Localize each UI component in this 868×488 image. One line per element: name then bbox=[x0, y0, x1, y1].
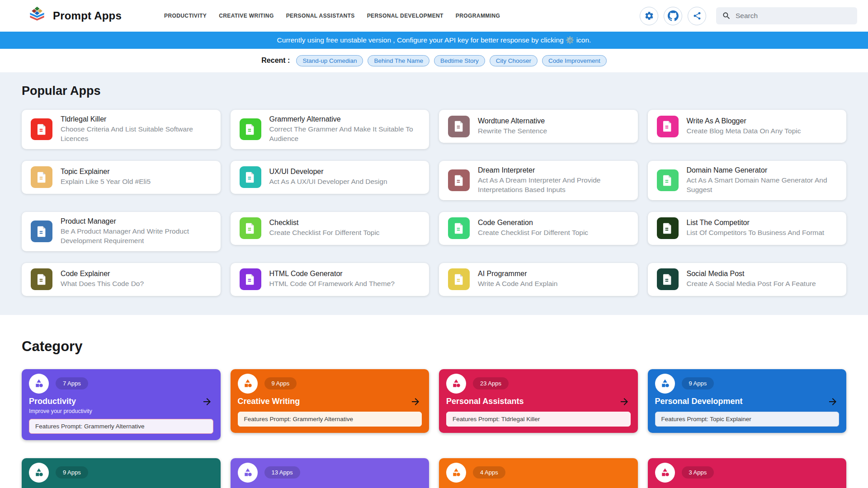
shapes-icon bbox=[446, 374, 466, 394]
app-card[interactable]: Wordtune Alternative Rewrite The Sentenc… bbox=[439, 110, 638, 143]
app-title: Domain Name Generator bbox=[687, 166, 838, 174]
category-title-row: Personal Development bbox=[655, 396, 840, 407]
app-title: UX/UI Developer bbox=[269, 168, 387, 176]
app-card-text: Grammerly Alternative Correct The Gramme… bbox=[269, 115, 420, 144]
app-card[interactable]: Domain Name Generator Act As A Smart Dom… bbox=[648, 161, 847, 200]
app-subtitle: Rewrite The Sentence bbox=[478, 127, 547, 136]
nav-item[interactable]: PRODUCTIVITY bbox=[164, 13, 207, 19]
app-title: Social Media Post bbox=[687, 270, 816, 278]
share-icon bbox=[693, 11, 702, 20]
recent-pill[interactable]: Stand-up Comedian bbox=[296, 55, 363, 66]
main-nav: PRODUCTIVITY CREATIVE WRITING PERSONAL A… bbox=[164, 13, 500, 19]
arrow-right-icon[interactable] bbox=[202, 396, 212, 407]
category-card-top: 13 Apps bbox=[238, 463, 422, 483]
document-icon bbox=[448, 169, 470, 191]
features-prompt: Features Prompt: Tldrlegal Killer bbox=[446, 412, 631, 427]
category-card-spacer bbox=[29, 485, 213, 488]
search-icon bbox=[722, 11, 731, 20]
app-subtitle: Be A Product Manager And Write Product D… bbox=[61, 227, 212, 246]
app-card[interactable]: Dream Interpreter Act As A Dream Interpr… bbox=[439, 161, 638, 200]
popular-apps-section: Popular Apps Tldrlegal Killer Choose Cri… bbox=[0, 72, 868, 315]
apps-count-badge: 23 Apps bbox=[473, 377, 509, 389]
app-title: HTML Code Generator bbox=[269, 270, 395, 278]
settings-button[interactable] bbox=[640, 7, 658, 25]
shapes-icon bbox=[655, 463, 675, 483]
shapes-icon bbox=[238, 463, 258, 483]
recent-pill[interactable]: Code Improvement bbox=[542, 55, 607, 66]
app-card[interactable]: List The Competitor List Of Competitors … bbox=[648, 212, 847, 245]
recent-pill[interactable]: City Chooser bbox=[490, 55, 538, 66]
app-subtitle: Create Checklist For Different Topic bbox=[269, 228, 380, 238]
search-input[interactable] bbox=[736, 12, 851, 20]
category-title: Category bbox=[22, 338, 846, 355]
nav-item[interactable]: CREATIVE WRITING bbox=[219, 13, 274, 19]
document-icon bbox=[31, 268, 52, 290]
app-card-text: Code Explainer What Does This Code Do? bbox=[61, 270, 144, 289]
category-grid-row2: 9 Apps 13 Apps bbox=[22, 458, 846, 488]
github-button[interactable] bbox=[664, 7, 682, 25]
category-card[interactable]: 4 Apps bbox=[439, 458, 638, 488]
app-title: Code Generation bbox=[478, 219, 588, 227]
app-card[interactable]: Code Generation Create Checklist For Dif… bbox=[439, 212, 638, 245]
app-card[interactable]: Code Explainer What Does This Code Do? bbox=[22, 263, 221, 296]
gear-icon bbox=[644, 11, 654, 21]
apps-count-badge: 7 Apps bbox=[56, 377, 88, 389]
apps-count-badge: 9 Apps bbox=[682, 377, 714, 389]
category-card-top: 9 Apps bbox=[238, 374, 422, 394]
app-card[interactable]: HTML Code Generator HTML Code Of Framewo… bbox=[231, 263, 429, 296]
nav-item[interactable]: PERSONAL ASSISTANTS bbox=[286, 13, 355, 19]
category-card[interactable]: 13 Apps bbox=[231, 458, 429, 488]
document-icon bbox=[657, 268, 679, 290]
app-card[interactable]: Write As A Blogger Create Blog Meta Data… bbox=[648, 110, 847, 143]
app-subtitle: What Does This Code Do? bbox=[61, 279, 144, 289]
api-key-banner: Currently using free unstable version , … bbox=[0, 32, 868, 49]
category-card[interactable]: 9 Apps bbox=[22, 458, 221, 488]
app-title: Dream Interpreter bbox=[478, 166, 629, 174]
arrow-right-icon[interactable] bbox=[827, 396, 838, 407]
document-icon bbox=[657, 116, 679, 137]
brand[interactable]: Prompt Apps bbox=[27, 6, 122, 26]
app-card[interactable]: Grammerly Alternative Correct The Gramme… bbox=[231, 110, 429, 149]
app-subtitle: Correct The Grammer And Make It Suitable… bbox=[269, 125, 420, 144]
app-card-text: Code Generation Create Checklist For Dif… bbox=[478, 219, 588, 238]
category-grid: 7 Apps Productivity Improve your product… bbox=[22, 369, 846, 440]
shapes-icon bbox=[446, 463, 466, 483]
app-card[interactable]: Tldrlegal Killer Choose Criteria And Lis… bbox=[22, 110, 221, 149]
app-card[interactable]: UX/UI Developer Act As A UX/UI Developer… bbox=[231, 161, 429, 194]
arrow-right-icon[interactable] bbox=[410, 396, 421, 407]
category-name: Creative Writing bbox=[238, 397, 300, 406]
arrow-right-icon[interactable] bbox=[619, 396, 630, 407]
features-prompt: Features Prompt: Topic Explainer bbox=[655, 412, 840, 427]
recent-pill[interactable]: Behind The Name bbox=[368, 55, 429, 66]
features-prompt: Features Prompt: Grammerly Alternative bbox=[29, 419, 213, 434]
category-card-top: 3 Apps bbox=[655, 463, 840, 483]
recent-row: Recent : Stand-up Comedian Behind The Na… bbox=[0, 49, 868, 72]
nav-item[interactable]: PERSONAL DEVELOPMENT bbox=[367, 13, 443, 19]
nav-item[interactable]: PROGRAMMING bbox=[456, 13, 500, 19]
app-card[interactable]: Checklist Create Checklist For Different… bbox=[231, 212, 429, 245]
apps-count-badge: 13 Apps bbox=[264, 466, 300, 479]
category-card[interactable]: 9 Apps Creative Writing Features Prompt:… bbox=[231, 369, 429, 433]
category-card[interactable]: 23 Apps Personal Assistants Features Pro… bbox=[439, 369, 638, 433]
document-icon bbox=[448, 217, 470, 239]
app-card[interactable]: Topic Explainer Explain Like 5 Year Old … bbox=[22, 161, 221, 194]
apps-count-badge: 4 Apps bbox=[473, 466, 505, 479]
app-card[interactable]: Product Manager Be A Product Manager And… bbox=[22, 212, 221, 251]
category-card[interactable]: 3 Apps bbox=[648, 458, 847, 488]
category-card[interactable]: 7 Apps Productivity Improve your product… bbox=[22, 369, 221, 440]
document-icon bbox=[31, 166, 52, 188]
share-button[interactable] bbox=[688, 7, 706, 25]
app-card[interactable]: Social Media Post Create A Social Media … bbox=[648, 263, 847, 296]
app-card-text: Domain Name Generator Act As A Smart Dom… bbox=[687, 166, 838, 195]
recent-pill[interactable]: Bedtime Story bbox=[434, 55, 485, 66]
layers-logo-icon bbox=[27, 6, 47, 26]
app-title: Write As A Blogger bbox=[687, 117, 801, 125]
search-box[interactable] bbox=[716, 7, 857, 24]
category-section: Category 7 Apps Productivity bbox=[0, 315, 868, 488]
shapes-icon bbox=[655, 374, 675, 394]
app-subtitle: HTML Code Of Framework And Theme? bbox=[269, 279, 395, 289]
app-title: Tldrlegal Killer bbox=[61, 115, 212, 123]
app-card[interactable]: AI Programmer Write A Code And Explain bbox=[439, 263, 638, 296]
app-subtitle: Act As A Dream Interpreter And Provide I… bbox=[478, 176, 629, 195]
category-card[interactable]: 9 Apps Personal Development Features Pro… bbox=[648, 369, 847, 433]
